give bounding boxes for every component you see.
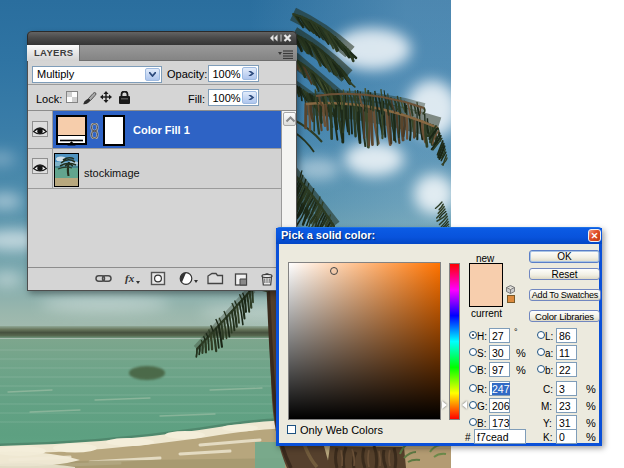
- svg-text:fx: fx: [125, 272, 135, 284]
